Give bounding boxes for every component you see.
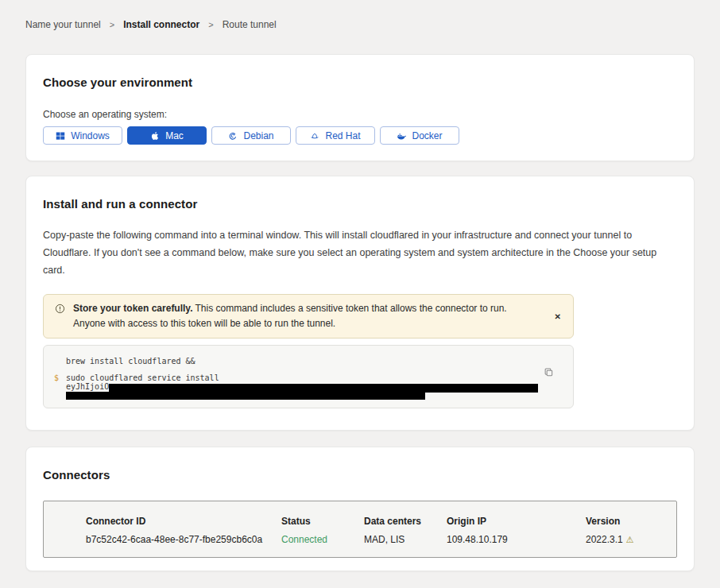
code-line-brew: brew install cloudflared && (66, 357, 195, 366)
close-icon[interactable]: ✕ (553, 310, 563, 322)
connectors-card-title: Connectors (43, 468, 677, 482)
table-row: b7c52c42-6caa-48ee-8c77-fbe259cb6c0a Con… (86, 534, 676, 545)
os-button-label: Windows (71, 130, 110, 141)
column-header-version: Version (586, 516, 676, 527)
os-button-group: Windows Mac Debian Red Hat (43, 126, 677, 145)
install-command: sudo cloudflared service install eyJhIjo… (66, 373, 538, 400)
connectors-card: Connectors Connector ID Status Data cent… (25, 447, 695, 571)
install-command-code-block[interactable]: brew install cloudflared && $ sudo cloud… (43, 345, 574, 408)
os-button-redhat[interactable]: Red Hat (296, 126, 375, 145)
breadcrumb-separator: > (110, 20, 114, 29)
install-card-description: Copy-paste the following command into a … (43, 227, 675, 280)
tunnel-setup-page: Name your tunnel > Install connector > R… (0, 0, 720, 571)
redhat-fedora-icon (310, 131, 319, 141)
install-card-title: Install and run a connector (43, 197, 677, 211)
redaction-bar (66, 392, 425, 400)
warning-title: Store your token carefully. (73, 303, 193, 314)
breadcrumb-install-connector[interactable]: Install connector (123, 19, 199, 30)
os-button-mac[interactable]: Mac (127, 126, 207, 145)
breadcrumb-route-tunnel[interactable]: Route tunnel (223, 19, 277, 30)
os-button-label: Debian (243, 130, 273, 141)
os-button-label: Mac (165, 130, 184, 141)
docker-whale-icon (397, 131, 406, 141)
token-warning-text: Store your token carefully.This command … (73, 301, 562, 331)
os-select-label: Choose an operating system: (43, 109, 677, 120)
copy-icon[interactable] (544, 367, 554, 377)
os-button-debian[interactable]: Debian (211, 126, 291, 145)
table-header-row: Connector ID Status Data centers Origin … (86, 516, 676, 527)
code-line-sudo: sudo cloudflared service install (66, 373, 538, 382)
breadcrumb: Name your tunnel > Install connector > R… (25, 19, 695, 30)
breadcrumb-name-your-tunnel[interactable]: Name your tunnel (25, 19, 101, 30)
apple-logo-icon (150, 131, 160, 141)
origin-ip-value: 109.48.10.179 (447, 534, 586, 545)
shell-prompt: $ (54, 373, 66, 400)
connectors-table: Connector ID Status Data centers Origin … (43, 501, 677, 558)
os-button-windows[interactable]: Windows (43, 126, 122, 145)
column-header-origin-ip: Origin IP (447, 516, 586, 527)
choose-environment-card: Choose your environment Choose an operat… (25, 54, 695, 161)
breadcrumb-separator: > (208, 20, 213, 29)
os-button-docker[interactable]: Docker (380, 126, 459, 145)
token-prefix: eyJhIjoiO (66, 382, 109, 391)
install-connector-card: Install and run a connector Copy-paste t… (25, 176, 695, 431)
data-centers-value: MAD, LIS (364, 534, 447, 545)
windows-logo-icon (56, 131, 65, 141)
version-warning-icon[interactable]: ⚠ (626, 535, 634, 544)
version-value: 2022.3.1⚠ (586, 534, 676, 545)
environment-card-title: Choose your environment (43, 75, 677, 89)
token-warning-banner: Store your token carefully.This command … (43, 294, 574, 338)
column-header-status: Status (281, 516, 364, 527)
column-header-connector-id: Connector ID (86, 516, 281, 527)
info-circle-icon (55, 304, 65, 314)
debian-swirl-icon (228, 131, 238, 141)
os-button-label: Docker (412, 130, 442, 141)
os-button-label: Red Hat (325, 130, 360, 141)
column-header-data-centers: Data centers (364, 516, 447, 527)
version-number: 2022.3.1 (586, 534, 623, 545)
connector-id-value: b7c52c42-6caa-48ee-8c77-fbe259cb6c0a (86, 534, 281, 545)
status-badge: Connected (281, 534, 364, 545)
